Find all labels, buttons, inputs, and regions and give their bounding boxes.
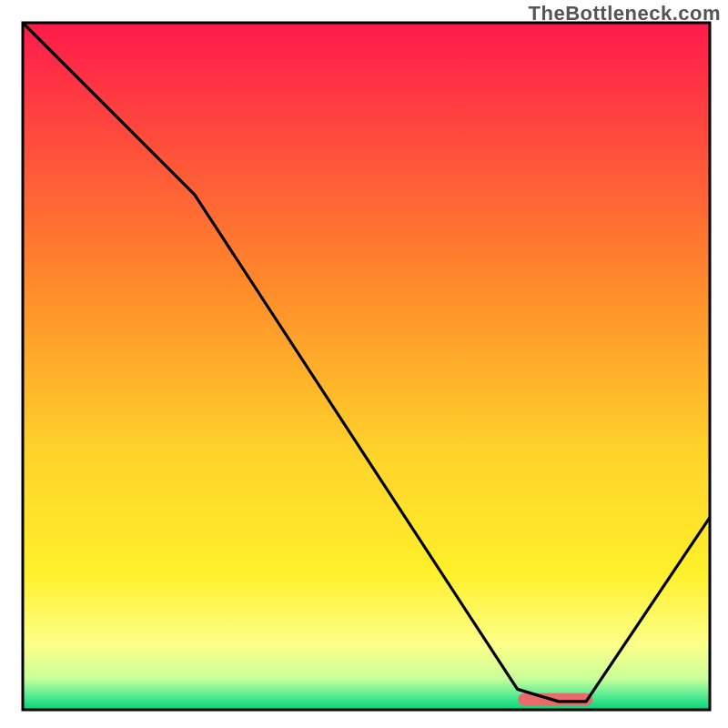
bottleneck-chart [0, 0, 728, 728]
watermark-text: TheBottleneck.com [529, 2, 721, 25]
